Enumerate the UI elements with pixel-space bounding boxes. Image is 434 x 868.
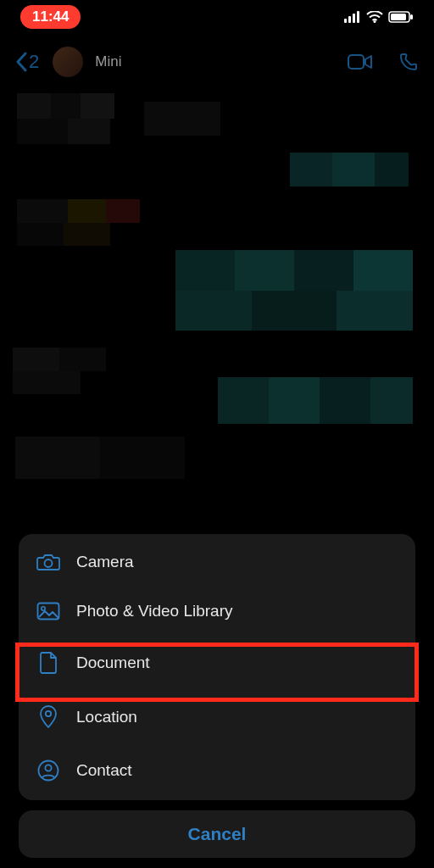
menu-item-label: Document bbox=[76, 654, 150, 672]
svg-rect-2 bbox=[353, 14, 355, 23]
svg-point-14 bbox=[45, 765, 51, 771]
voice-call-icon[interactable] bbox=[398, 52, 419, 72]
svg-rect-8 bbox=[348, 55, 364, 69]
attachment-sheet: Camera Photo & Video Library Document Lo… bbox=[19, 534, 415, 858]
chat-header: 2 Mini bbox=[0, 41, 434, 83]
svg-point-12 bbox=[46, 711, 51, 716]
svg-point-11 bbox=[42, 607, 45, 610]
menu-item-document[interactable]: Document bbox=[19, 636, 415, 690]
avatar[interactable] bbox=[53, 47, 83, 77]
menu-item-camera[interactable]: Camera bbox=[19, 537, 415, 587]
document-icon bbox=[36, 651, 61, 675]
contact-name: Mini bbox=[95, 54, 121, 70]
status-icons bbox=[344, 11, 414, 23]
menu-item-label: Contact bbox=[76, 761, 131, 780]
camera-icon bbox=[36, 553, 61, 571]
svg-rect-3 bbox=[357, 11, 359, 23]
back-button[interactable]: 2 bbox=[15, 51, 39, 73]
battery-icon bbox=[388, 11, 414, 23]
svg-point-4 bbox=[374, 20, 376, 23]
svg-point-9 bbox=[45, 559, 53, 567]
cancel-button[interactable]: Cancel bbox=[19, 810, 415, 858]
photo-icon bbox=[36, 602, 61, 620]
svg-rect-0 bbox=[344, 19, 347, 23]
svg-rect-6 bbox=[391, 14, 406, 20]
time-pill[interactable]: 11:44 bbox=[20, 5, 81, 29]
svg-rect-10 bbox=[38, 604, 59, 620]
header-title-block[interactable]: Mini bbox=[95, 54, 121, 70]
menu-item-label: Camera bbox=[76, 553, 134, 571]
menu-item-label: Photo & Video Library bbox=[76, 602, 233, 620]
location-icon bbox=[36, 705, 61, 729]
back-count: 2 bbox=[29, 51, 39, 73]
menu-item-contact[interactable]: Contact bbox=[19, 744, 415, 797]
video-call-icon[interactable] bbox=[348, 53, 373, 70]
attachment-menu: Camera Photo & Video Library Document Lo… bbox=[19, 534, 415, 800]
wifi-icon bbox=[366, 11, 383, 23]
contact-icon bbox=[36, 760, 61, 782]
svg-rect-7 bbox=[410, 14, 413, 19]
status-bar: 11:44 bbox=[0, 0, 434, 34]
menu-item-label: Location bbox=[76, 708, 137, 726]
menu-item-location[interactable]: Location bbox=[19, 690, 415, 744]
menu-item-photo-library[interactable]: Photo & Video Library bbox=[19, 587, 415, 636]
cellular-icon bbox=[344, 11, 361, 23]
svg-rect-1 bbox=[348, 16, 351, 23]
